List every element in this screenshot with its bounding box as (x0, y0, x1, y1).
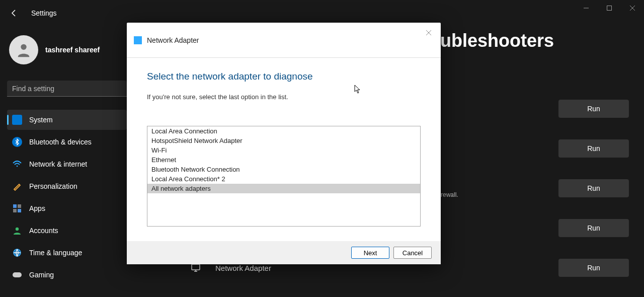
dialog-subtitle: If you're not sure, select the last opti… (147, 93, 421, 101)
dialog-header-icon (134, 36, 142, 44)
dialog-close-button[interactable] (424, 28, 434, 38)
adapter-option[interactable]: Bluetooth Network Connection (147, 165, 420, 174)
adapter-option[interactable]: Local Area Connection* 2 (147, 174, 420, 184)
adapter-list[interactable]: Local Area Connection HotspotShield Netw… (147, 126, 421, 227)
network-adapter-dialog: Network Adapter Select the network adapt… (127, 23, 441, 264)
dialog-footer: Next Cancel (127, 241, 441, 264)
adapter-option[interactable]: Local Area Connection (147, 126, 420, 136)
adapter-option[interactable]: Wi-Fi (147, 145, 420, 155)
cancel-button[interactable]: Cancel (393, 247, 432, 259)
dialog-header-title: Network Adapter (147, 36, 199, 44)
dialog-title: Select the network adapter to diagnose (147, 71, 421, 82)
adapter-option-selected[interactable]: All network adapters (147, 184, 420, 193)
adapter-option[interactable]: Ethernet (147, 155, 420, 165)
dialog-header: Network Adapter (127, 23, 441, 58)
adapter-option[interactable]: HotspotShield Network Adapter (147, 136, 420, 145)
dialog-body: Select the network adapter to diagnose I… (127, 58, 441, 241)
next-button[interactable]: Next (351, 247, 389, 259)
dialog-overlay: Network Adapter Select the network adapt… (0, 0, 644, 297)
